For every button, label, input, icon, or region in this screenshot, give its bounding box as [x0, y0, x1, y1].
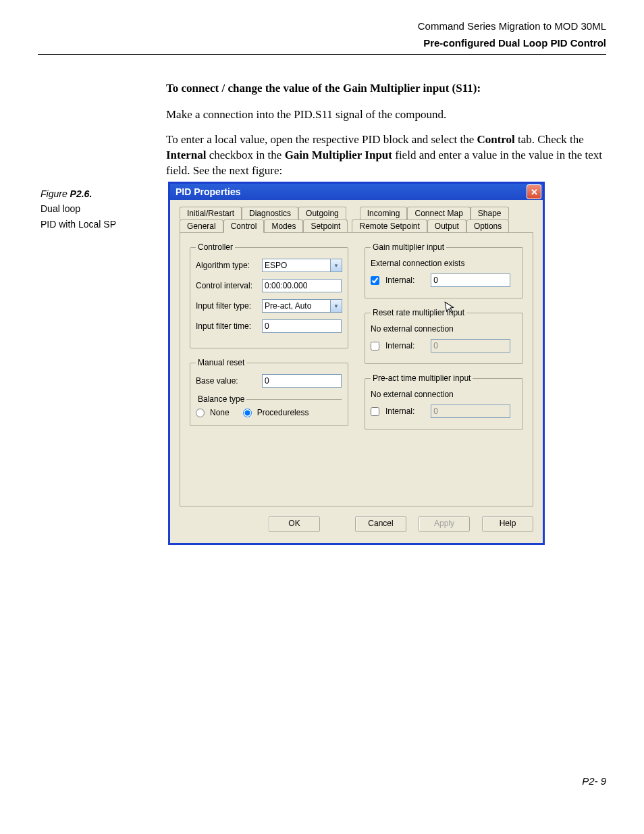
balance-procedureless-radio[interactable] — [243, 409, 252, 417]
gain-internal-value[interactable] — [431, 273, 510, 287]
input-filter-type-label: Input filter type: — [196, 301, 258, 311]
figure-label: Figure — [41, 188, 70, 199]
close-icon[interactable]: ✕ — [527, 184, 541, 199]
manual-reset-group: Manual reset Base value: Balance type No… — [190, 358, 348, 426]
reset-rate-group: Reset rate multiplier input No external … — [365, 308, 523, 364]
preact-internal-label: Internal: — [385, 407, 414, 416]
base-value-label: Base value: — [196, 376, 258, 386]
header-doc-title: Command Series Migration to MOD 30ML — [38, 20, 606, 32]
balance-type-legend: Balance type — [196, 394, 246, 404]
pid-properties-dialog: PID Properties ✕ Initial/Restart Diagnos… — [168, 182, 545, 545]
text: To enter a local value, open the respect… — [166, 133, 477, 146]
gain-internal-checkbox[interactable] — [371, 276, 379, 285]
header-rule — [38, 54, 606, 55]
reset-internal-label: Internal: — [385, 341, 414, 350]
text-bold: Internal — [166, 149, 207, 161]
tab-control[interactable]: Control — [223, 219, 265, 233]
figure-desc-2: PID with Local SP — [41, 217, 159, 232]
preact-time-group: Pre-act time multiplier input No externa… — [365, 373, 523, 429]
tab-remote-setpoint[interactable]: Remote Setpoint — [352, 219, 427, 232]
text-bold: Control — [477, 133, 514, 146]
reset-internal-checkbox[interactable] — [371, 342, 379, 350]
tab-modes[interactable]: Modes — [264, 219, 303, 232]
preact-time-legend: Pre-act time multiplier input — [371, 373, 473, 383]
figure-desc-1: Dual loop — [41, 201, 159, 216]
preact-time-status: No external connection — [371, 390, 517, 399]
text-bold: Gain Multiplier Input — [285, 149, 392, 161]
algorithm-type-combo[interactable] — [262, 259, 342, 272]
tab-general[interactable]: General — [180, 219, 223, 232]
tab-output[interactable]: Output — [427, 219, 466, 232]
base-value-input[interactable] — [262, 374, 342, 388]
tab-options[interactable]: Options — [466, 219, 509, 232]
controller-group: Controller Algorithm type: Control inter… — [190, 242, 348, 348]
section-heading: To connect / change the value of the Gai… — [166, 82, 606, 95]
text: checkbox in the — [207, 149, 285, 161]
paragraph-2: To enter a local value, open the respect… — [166, 132, 606, 179]
reset-rate-legend: Reset rate multiplier input — [371, 308, 466, 317]
text: tab. Check the — [515, 133, 584, 146]
chevron-down-icon[interactable] — [331, 299, 342, 313]
reset-rate-status: No external connection — [371, 324, 517, 334]
input-filter-type-value[interactable] — [262, 299, 331, 313]
paragraph-1: Make a connection into the PID.S11 signa… — [166, 107, 606, 123]
tab-incoming[interactable]: Incoming — [360, 207, 408, 219]
control-interval-input[interactable] — [262, 279, 342, 292]
input-filter-time-input[interactable] — [262, 319, 342, 333]
help-button[interactable]: Help — [482, 516, 533, 532]
reset-internal-value — [431, 339, 510, 353]
titlebar[interactable]: PID Properties ✕ — [170, 184, 543, 200]
page-number: P2- 9 — [582, 775, 606, 787]
preact-internal-value — [431, 405, 510, 418]
tab-diagnostics[interactable]: Diagnostics — [242, 207, 298, 219]
preact-internal-checkbox[interactable] — [371, 407, 379, 416]
algorithm-type-label: Algorithm type: — [196, 261, 258, 270]
balance-procedureless-label: Procedureless — [257, 408, 309, 417]
balance-none-label: None — [210, 408, 230, 417]
chevron-down-icon[interactable] — [331, 259, 342, 272]
window-title: PID Properties — [176, 186, 527, 197]
input-filter-type-combo[interactable] — [262, 299, 342, 313]
controller-legend: Controller — [196, 242, 235, 252]
gain-internal-label: Internal: — [385, 276, 414, 285]
algorithm-type-value[interactable] — [262, 259, 331, 272]
manual-reset-legend: Manual reset — [196, 358, 246, 367]
ok-button[interactable]: OK — [269, 516, 320, 532]
balance-none-radio[interactable] — [196, 409, 205, 417]
tab-setpoint[interactable]: Setpoint — [303, 219, 348, 232]
header-section-title: Pre-configured Dual Loop PID Control — [38, 37, 606, 49]
apply-button[interactable]: Apply — [419, 516, 470, 532]
tab-shape[interactable]: Shape — [471, 207, 509, 219]
input-filter-time-label: Input filter time: — [196, 321, 258, 331]
tab-strip: Initial/Restart Diagnostics Outgoing Inc… — [180, 207, 533, 233]
figure-number: P2.6. — [70, 188, 92, 199]
gain-multiplier-legend: Gain multiplier input — [371, 242, 446, 252]
cancel-button[interactable]: Cancel — [355, 516, 406, 532]
figure-caption: Figure P2.6. Dual loop PID with Local SP — [41, 186, 159, 232]
control-interval-label: Control interval: — [196, 281, 258, 290]
tab-connect-map[interactable]: Connect Map — [407, 207, 470, 219]
tab-initial-restart[interactable]: Initial/Restart — [180, 207, 242, 219]
gain-multiplier-group: Gain multiplier input External connectio… — [365, 242, 523, 298]
gain-multiplier-status: External connection exists — [371, 259, 517, 268]
tab-outgoing[interactable]: Outgoing — [298, 207, 346, 219]
